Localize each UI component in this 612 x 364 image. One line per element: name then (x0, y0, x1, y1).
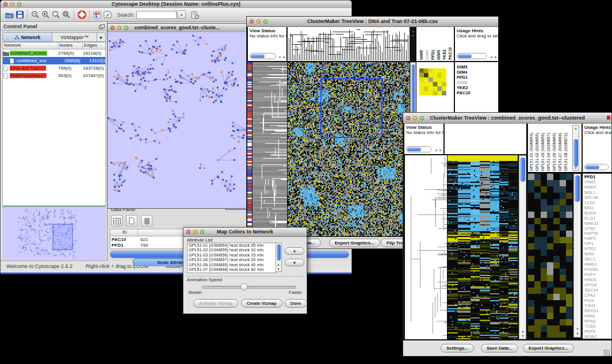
scroll-down-icon[interactable]: ▾ (521, 334, 525, 338)
column-header-nodes[interactable]: Nodes (58, 43, 83, 49)
gene-list-item[interactable]: PFD1 (455, 75, 498, 80)
tv2-column-dendrogram[interactable] (445, 124, 526, 154)
column-label[interactable]: YKE2 (442, 49, 447, 60)
gene-list-item[interactable]: GIM4 (455, 70, 498, 75)
tv2-zoom-heatmap[interactable] (528, 174, 572, 338)
network-table-header[interactable]: Network Nodes Edges (3, 43, 105, 49)
save-icon[interactable] (14, 10, 25, 20)
tv1-heatmap[interactable] (288, 62, 410, 236)
table-icon[interactable] (111, 215, 123, 227)
scroll-down-icon[interactable]: ▾ (411, 34, 415, 37)
tv1-row-dendrogram[interactable] (253, 62, 287, 236)
scroll-left-icon[interactable]: ◂ (489, 55, 494, 59)
network-row[interactable]: combined_sco 2569(6) 13112(15) (3, 57, 105, 64)
column-label[interactable]: GPL51-03 (GSM856) (541, 133, 545, 171)
column-label[interactable]: GIM5 (419, 50, 424, 60)
global-heatmap-canvas[interactable] (419, 68, 446, 95)
gene-list-item[interactable]: GIM5 (455, 64, 498, 70)
tv2-row-dendrogram[interactable] (405, 155, 447, 339)
scroll-right-icon[interactable]: ▸ (494, 55, 498, 59)
zoom-fit-icon[interactable] (51, 10, 61, 20)
column-label[interactable]: GPL51-06 (GSM865) (552, 133, 557, 171)
help-lifesaver-icon[interactable] (76, 10, 87, 20)
scroll-down-icon[interactable]: ▾ (276, 267, 281, 271)
column-header-edges[interactable]: Edges (83, 43, 105, 49)
scroll-up-icon[interactable]: ▴ (521, 329, 525, 333)
column-header-id[interactable]: ID (110, 229, 138, 236)
scroll-up-icon[interactable]: ▴ (276, 263, 281, 266)
zoom-in-icon[interactable] (40, 10, 51, 20)
tab-overflow-button[interactable]: ▶ (97, 33, 105, 41)
scroll-up-icon[interactable]: ▴ (411, 29, 415, 33)
treeview1-titlebar[interactable]: ClusterMaker TreeView : DNA and Tran 07-… (247, 17, 498, 27)
attribute-list[interactable]: GPL51-01 (GSM854) heat shock 05 minGPL51… (187, 243, 277, 273)
tv2-vscrollbar[interactable]: ▴ ▾ (519, 155, 526, 339)
cytoscape-titlebar[interactable]: Cytoscape Desktop (Session Name: collins… (1, 1, 351, 9)
scroll-right-icon[interactable]: ▸ (438, 148, 443, 152)
speed-slider-thumb[interactable] (240, 283, 248, 290)
move-down-button[interactable]: ∨ (285, 259, 304, 266)
tab-network[interactable]: Network (3, 33, 52, 41)
save-data-button[interactable]: Save Data... (481, 344, 518, 352)
tv1-column-dendrogram[interactable] (288, 27, 410, 61)
column-label[interactable]: PFD1 (431, 49, 435, 60)
column-label[interactable]: GPL51-01 (GSM854) (529, 133, 534, 171)
create-vizmap-button[interactable]: Create Vizmap (241, 299, 282, 308)
tv2-zoom-scrollbar[interactable]: ▴ ▾ (573, 174, 581, 338)
zoom-out-icon[interactable] (30, 10, 40, 20)
move-up-button[interactable]: ∧ (285, 247, 304, 255)
network-canvas[interactable] (108, 32, 247, 208)
annotation-icon[interactable] (102, 10, 113, 20)
speed-slider-track[interactable] (202, 286, 296, 289)
status-hscrollbar[interactable] (250, 53, 276, 59)
animate-vizmap-button[interactable]: Animate Vizmap (193, 299, 238, 308)
import-table-icon[interactable] (190, 10, 200, 20)
column-label[interactable]: GPL51-08 (GSM872) (564, 133, 568, 171)
delete-attribute-icon[interactable] (141, 215, 152, 227)
column-label[interactable]: GIM4 (425, 50, 430, 60)
heatmap-selection-rect[interactable] (320, 78, 382, 138)
attribute-item[interactable]: GPL51-07 (GSM868) heat shock 60 min (188, 267, 276, 272)
done-button[interactable]: Done (285, 299, 307, 308)
column-label[interactable]: GIM3 (437, 50, 441, 60)
scroll-left-icon[interactable]: ◂ (277, 55, 282, 59)
gene-list-item[interactable]: MON2 (583, 335, 612, 339)
network-row[interactable]: RNAPuberNov2+ 563(0) 107847(0) (3, 72, 105, 79)
dialog-titlebar[interactable]: Map Colors to Network (183, 228, 307, 237)
search-input[interactable] (136, 11, 177, 19)
settings-button[interactable]: Settings... (441, 344, 474, 352)
tv2-labels-scrollbar[interactable]: ▴ ▾ (572, 125, 579, 171)
column-label[interactable]: PAC10 (448, 47, 453, 60)
overview-canvas[interactable] (2, 207, 106, 259)
network-row[interactable]: combined_scores 2764(0) 16218(0) (3, 49, 105, 57)
tab-vizmapper[interactable]: VizMapper™ (52, 33, 97, 41)
scroll-down-icon[interactable]: ▾ (575, 332, 580, 335)
column-label[interactable]: GPL51-04 (GSM857) (546, 133, 551, 171)
gene-list-item[interactable]: PAC10 (455, 90, 498, 95)
gene-list-item[interactable]: GIM3 (455, 80, 498, 85)
column-header-network[interactable]: Network (3, 43, 58, 49)
resize-grip[interactable] (603, 350, 610, 357)
network-window-1-titlebar[interactable]: combined_scores_good.txt--cluste... (108, 24, 247, 33)
float-panel-icon[interactable] (99, 21, 105, 32)
network-overview-panel[interactable] (2, 206, 106, 260)
treeview2-titlebar[interactable]: ClusterMaker TreeView : combined_scores_… (403, 113, 611, 124)
hints-hscrollbar[interactable] (584, 164, 609, 170)
scroll-up-icon[interactable]: ▴ (575, 327, 580, 330)
node-attribute-icon[interactable] (92, 10, 102, 20)
hints-hscrollbar[interactable] (457, 53, 487, 59)
network-row[interactable]: DNA and Tran 07 769(0) 183728(0) (3, 64, 105, 72)
new-attribute-icon[interactable] (126, 215, 137, 227)
gene-list-item[interactable]: YKE2 (455, 85, 498, 90)
status-hscrollbar[interactable] (406, 146, 431, 152)
column-label[interactable]: GPL51-07 (GSM868) (558, 133, 563, 171)
search-dropdown-button[interactable]: ▾ (177, 10, 186, 19)
column-label[interactable]: GPL51-02 (GSM855) (535, 133, 540, 171)
open-file-icon[interactable] (4, 10, 14, 20)
zoom-actual-icon[interactable] (61, 10, 71, 20)
scroll-right-icon[interactable]: ▸ (282, 55, 286, 59)
tv2-heatmap[interactable] (447, 155, 518, 339)
scroll-up-icon[interactable]: ▴ (573, 127, 578, 130)
attribute-list-scrollbar[interactable]: ▴ ▾ (276, 243, 282, 272)
scroll-left-icon[interactable]: ◂ (434, 148, 438, 152)
